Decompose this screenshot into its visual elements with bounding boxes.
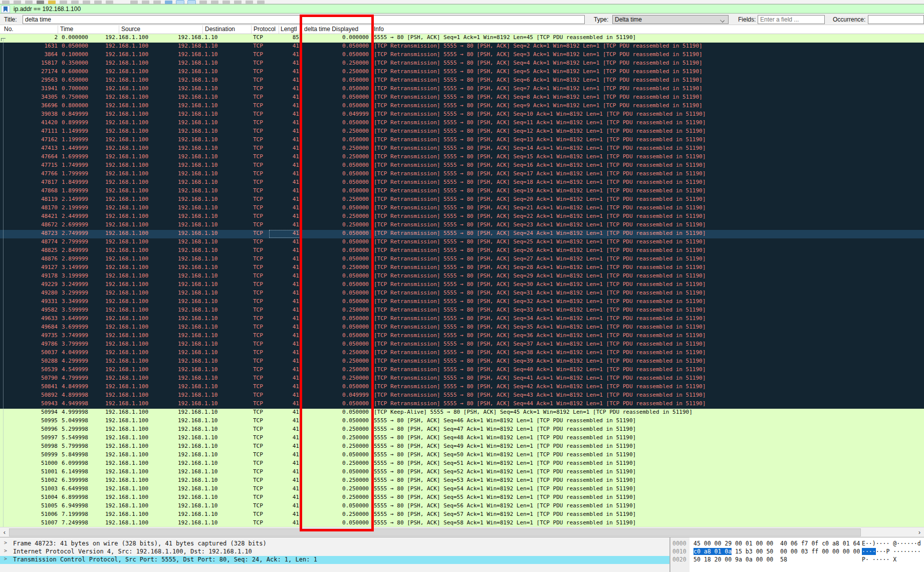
column-separator[interactable] xyxy=(202,26,203,34)
toolbar-icon[interactable] xyxy=(48,1,56,4)
column-header-source[interactable]: Source xyxy=(121,25,199,34)
column-header-time[interactable]: Time xyxy=(60,25,115,34)
packet-row[interactable]: 502884.299999192.168.1.100192.168.1.10TC… xyxy=(0,358,924,366)
column-separator[interactable] xyxy=(279,26,279,34)
packet-row[interactable]: 492803.299999192.168.1.100192.168.1.10TC… xyxy=(0,290,924,298)
hex-bytes[interactable]: c0 a8 01 0a 15 b3 00 50 00 00 03 ff 00 0… xyxy=(694,548,860,555)
column-header-destination[interactable]: Destination xyxy=(205,25,249,34)
ascii-selected-bytes[interactable]: ···· xyxy=(862,548,876,555)
type-dropdown[interactable]: Delta time xyxy=(612,15,729,24)
toolbar-icon[interactable] xyxy=(71,1,79,4)
column-header-protocol[interactable]: Protocol xyxy=(254,25,278,34)
toolbar-icon[interactable] xyxy=(234,1,242,4)
packet-row[interactable]: 488762.899999192.168.1.100192.168.1.10TC… xyxy=(0,255,924,264)
packet-row[interactable]: 390380.849999192.168.1.100192.168.1.10TC… xyxy=(0,111,924,119)
packet-row[interactable]: 471621.199999192.168.1.100192.168.1.10TC… xyxy=(0,136,924,145)
packet-row[interactable]: 478171.849999192.168.1.100192.168.1.10TC… xyxy=(0,179,924,187)
display-filter-input[interactable]: ip.addr == 192.168.1.100 xyxy=(14,5,81,14)
horizontal-scrollbar[interactable]: ‹ › xyxy=(0,527,924,537)
packet-row[interactable]: 492293.249999192.168.1.100192.168.1.10TC… xyxy=(0,281,924,290)
scrollbar-thumb[interactable] xyxy=(9,528,861,536)
packet-row[interactable]: 487232.749999192.168.1.100192.168.1.10TC… xyxy=(0,230,924,238)
packet-row[interactable]: 471111.149999192.168.1.100192.168.1.10TC… xyxy=(0,128,924,136)
toolbar-icon[interactable] xyxy=(257,1,265,4)
packet-row[interactable]: 343050.750000192.168.1.100192.168.1.10TC… xyxy=(0,94,924,102)
ascii-bytes[interactable]: E··)···· @······d xyxy=(862,540,921,547)
packet-row[interactable]: 510067.199998192.168.1.100192.168.1.10TC… xyxy=(0,511,924,519)
toolbar-icon[interactable] xyxy=(142,1,149,4)
packet-row[interactable]: 509434.949998192.168.1.100192.168.1.10TC… xyxy=(0,400,924,409)
packet-row[interactable]: 510006.099998192.168.1.100192.168.1.10TC… xyxy=(0,460,924,468)
packet-row[interactable]: 497863.799999192.168.1.100192.168.1.10TC… xyxy=(0,341,924,349)
toolbar-icon[interactable] xyxy=(222,1,230,4)
column-header-length[interactable]: Lengtl xyxy=(281,25,301,34)
ascii-bytes[interactable]: P· ····· X xyxy=(862,556,896,563)
toolbar-icon[interactable] xyxy=(153,1,161,4)
packet-row[interactable]: 510046.899998192.168.1.100192.168.1.10TC… xyxy=(0,494,924,502)
column-header-info[interactable]: Info xyxy=(374,25,474,34)
packet-row[interactable]: 295630.650000192.168.1.100192.168.1.10TC… xyxy=(0,77,924,85)
hex-line[interactable]: 000045 00 00 29 00 01 00 00 40 06 f7 0f … xyxy=(670,540,924,548)
toolbar-icon[interactable] xyxy=(106,1,113,4)
packet-row[interactable]: 481192.149999192.168.1.100192.168.1.10TC… xyxy=(0,196,924,204)
packet-row[interactable]: 507904.799999192.168.1.100192.168.1.10TC… xyxy=(0,375,924,383)
toolbar-icon[interactable] xyxy=(211,1,218,4)
toolbar-icon[interactable] xyxy=(14,1,21,4)
column-separator[interactable] xyxy=(119,26,119,34)
packet-row[interactable]: 509965.299998192.168.1.100192.168.1.10TC… xyxy=(0,426,924,434)
hex-line[interactable]: 0010c0 a8 01 0a 15 b3 00 50 00 00 03 ff … xyxy=(670,548,924,556)
toolbar-icon[interactable] xyxy=(60,1,67,4)
hex-bytes[interactable]: 45 00 00 29 00 01 00 00 40 06 f7 0f c0 a… xyxy=(694,540,860,547)
toolbar-icon[interactable] xyxy=(83,1,90,4)
hex-line[interactable]: 002050 18 20 00 9a 0a 00 00 58P· ····· X xyxy=(670,556,924,564)
expand-caret-icon[interactable]: > xyxy=(4,540,7,545)
toolbar-icon[interactable] xyxy=(246,1,253,4)
toolbar-icon[interactable] xyxy=(130,1,138,4)
detail-tree-item[interactable]: >Internet Protocol Version 4, Src: 192.1… xyxy=(0,548,669,556)
packet-row[interactable]: 481702.199999192.168.1.100192.168.1.10TC… xyxy=(0,204,924,213)
packet-row[interactable]: 491273.149999192.168.1.100192.168.1.10TC… xyxy=(0,264,924,272)
packet-row[interactable]: 484212.449999192.168.1.100192.168.1.10TC… xyxy=(0,213,924,221)
toolbar-icon[interactable] xyxy=(37,1,44,4)
packet-row[interactable]: 510026.399998192.168.1.100192.168.1.10TC… xyxy=(0,477,924,485)
packet-row[interactable]: 319410.700000192.168.1.100192.168.1.10TC… xyxy=(0,85,924,94)
packet-row[interactable]: 509955.049998192.168.1.100192.168.1.10TC… xyxy=(0,417,924,426)
detail-tree-item[interactable]: >Transmission Control Protocol, Src Port… xyxy=(0,556,669,564)
fields-input[interactable] xyxy=(758,15,825,24)
toolbar-icon[interactable] xyxy=(94,1,102,4)
packet-row[interactable]: 486722.699999192.168.1.100192.168.1.10TC… xyxy=(0,221,924,230)
packet-row[interactable]: 366960.800000192.168.1.100192.168.1.10TC… xyxy=(0,102,924,111)
packet-row[interactable]: 477151.749999192.168.1.100192.168.1.10TC… xyxy=(0,162,924,170)
packet-row[interactable]: 496843.699999192.168.1.100192.168.1.10TC… xyxy=(0,324,924,332)
column-header-delta-time[interactable]: delta time Displayed xyxy=(304,25,369,34)
packet-row[interactable]: 16310.050000192.168.1.100192.168.1.10TCP… xyxy=(0,43,924,51)
hex-bytes[interactable]: 50 18 20 00 9a 0a 00 00 58 xyxy=(694,556,787,563)
hex-selected-bytes[interactable]: c0 a8 01 0a xyxy=(694,548,732,555)
expand-caret-icon[interactable]: > xyxy=(4,548,7,553)
filter-bookmark-button[interactable] xyxy=(1,6,10,13)
packet-row[interactable]: 509995.849998192.168.1.100192.168.1.10TC… xyxy=(0,451,924,460)
toolbar-icon[interactable] xyxy=(25,1,33,4)
scroll-left-arrow-icon[interactable]: ‹ xyxy=(0,527,9,537)
column-separator[interactable] xyxy=(251,26,252,34)
toolbar-icon[interactable] xyxy=(165,1,172,4)
packet-row[interactable]: 510016.149998192.168.1.100192.168.1.10TC… xyxy=(0,468,924,477)
packet-row[interactable]: 510036.649998192.168.1.100192.168.1.10TC… xyxy=(0,485,924,494)
scroll-right-arrow-icon[interactable]: › xyxy=(915,527,924,537)
packet-row[interactable]: 508924.899998192.168.1.100192.168.1.10TC… xyxy=(0,392,924,400)
packet-row[interactable]: 505394.549999192.168.1.100192.168.1.10TC… xyxy=(0,366,924,375)
packet-row[interactable]: 509985.799998192.168.1.100192.168.1.10TC… xyxy=(0,443,924,451)
packet-row[interactable]: 478681.899999192.168.1.100192.168.1.10TC… xyxy=(0,187,924,196)
packet-row[interactable]: 477661.799999192.168.1.100192.168.1.10TC… xyxy=(0,170,924,179)
packet-row[interactable]: 474131.449999192.168.1.100192.168.1.10TC… xyxy=(0,145,924,153)
expand-caret-icon[interactable]: > xyxy=(4,556,7,561)
packet-row[interactable]: 487742.799999192.168.1.100192.168.1.10TC… xyxy=(0,238,924,247)
packet-row[interactable]: 414200.899999192.168.1.100192.168.1.10TC… xyxy=(0,119,924,128)
packet-row[interactable]: 510056.949998192.168.1.100192.168.1.10TC… xyxy=(0,502,924,511)
packet-row[interactable]: 496333.649999192.168.1.100192.168.1.10TC… xyxy=(0,315,924,324)
packet-row[interactable]: 158170.350000192.168.1.100192.168.1.10TC… xyxy=(0,60,924,68)
column-separator[interactable] xyxy=(58,26,58,34)
column-separator[interactable] xyxy=(371,26,372,34)
toolbar-icon[interactable] xyxy=(199,1,207,4)
packet-row[interactable]: 509944.999998192.168.1.100192.168.1.10TC… xyxy=(0,409,924,417)
